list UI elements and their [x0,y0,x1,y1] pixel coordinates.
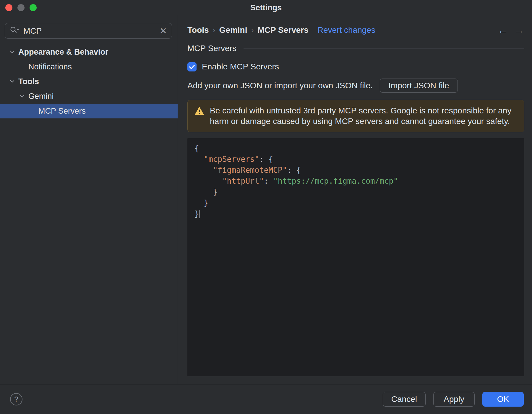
settings-window: Settings MCP ✕ Appearance & BehaviorNoti… [0,0,532,414]
minimize-button[interactable] [17,4,25,11]
footer-buttons: Cancel Apply OK [383,392,524,407]
breadcrumb-item[interactable]: Gemini [219,25,247,35]
code-line: } [194,198,518,208]
code-token: } [194,188,218,196]
import-json-button[interactable]: Import JSON file [380,79,458,93]
code-line: } [194,187,518,198]
clear-search-icon[interactable]: ✕ [160,27,167,35]
code-token: } [194,209,199,218]
warning-text: Be careful with untrusted 3rd party MCP … [210,105,517,127]
code-token: "httpUrl" [222,177,264,185]
window-title: Settings [250,3,282,12]
chevron-down-icon[interactable] [18,93,27,100]
sidebar-item-label: Gemini [28,92,54,101]
breadcrumb-item[interactable]: Tools [187,25,209,35]
settings-content: Tools›Gemini›MCP Servers Revert changes … [178,15,532,384]
code-line: { [194,143,518,154]
add-json-text: Add your own JSON or import your own JSO… [187,81,373,90]
code-token [194,155,204,164]
enable-mcp-row: Enable MCP Servers [187,61,524,73]
code-line: "mcpServers": { [194,154,518,165]
section-title: MCP Servers [187,44,236,53]
sidebar-item-mcp-servers[interactable]: MCP Servers [0,104,178,118]
sidebar-item-label: MCP Servers [38,107,86,116]
apply-button[interactable]: Apply [433,392,475,407]
section-separator: MCP Servers [187,43,524,54]
history-nav: ← → [498,25,524,36]
breadcrumb: Tools›Gemini›MCP Servers [187,25,309,35]
add-json-row: Add your own JSON or import your own JSO… [187,79,524,93]
code-token: "https://mcp.figma.com/mcp" [273,177,398,185]
code-token: : [264,177,273,185]
traffic-lights [5,0,37,15]
code-line: "httpUrl": "https://mcp.figma.com/mcp" [194,176,518,187]
sidebar-item-appearance-behavior[interactable]: Appearance & Behavior [0,45,178,59]
sidebar-item-gemini[interactable]: Gemini [0,89,178,104]
sidebar-item-label: Appearance & Behavior [18,48,108,57]
titlebar: Settings [0,0,532,15]
code-token [194,166,213,175]
warning-banner: Be careful with untrusted 3rd party MCP … [187,100,524,132]
breadcrumb-separator: › [247,26,258,35]
help-button[interactable]: ? [10,393,22,405]
code-token [194,177,222,185]
code-line: "figmaRemoteMCP": { [194,165,518,176]
ok-button[interactable]: OK [482,392,524,407]
sidebar-item-label: Tools [18,77,39,86]
close-button[interactable] [5,4,12,11]
zoom-button[interactable] [30,4,37,11]
revert-changes-link[interactable]: Revert changes [317,25,375,35]
breadcrumb-item[interactable]: MCP Servers [258,25,309,35]
search-icon [10,26,20,36]
content-header: Tools›Gemini›MCP Servers Revert changes … [187,24,524,36]
settings-sidebar: MCP ✕ Appearance & BehaviorNotifications… [0,15,178,384]
chevron-down-icon[interactable] [8,49,17,55]
sidebar-item-label: Notifications [28,62,72,71]
sidebar-item-notifications[interactable]: Notifications [0,59,178,74]
forward-arrow-icon: → [514,25,524,36]
code-line: } [194,208,518,219]
search-query: MCP [23,26,42,36]
warning-icon [195,107,204,117]
breadcrumb-separator: › [209,26,219,35]
back-arrow-icon[interactable]: ← [498,25,508,36]
json-editor[interactable]: { "mcpServers": { "figmaRemoteMCP": { "h… [187,138,524,376]
code-token: { [194,144,199,153]
cancel-button[interactable]: Cancel [383,392,426,407]
enable-mcp-label: Enable MCP Servers [202,62,279,71]
separator-line [244,48,524,49]
code-token: : { [287,166,301,175]
code-token: "figmaRemoteMCP" [213,166,287,175]
text-cursor [200,210,200,218]
checkmark-icon [189,64,195,69]
search-input[interactable]: MCP ✕ [5,23,172,39]
code-token: } [194,198,208,207]
sidebar-item-tools[interactable]: Tools [0,74,178,89]
code-token: "mcpServers" [204,155,259,164]
settings-tree: Appearance & BehaviorNotificationsToolsG… [0,45,178,118]
enable-mcp-checkbox[interactable] [187,62,197,71]
footer-bar: ? Cancel Apply OK [0,384,532,414]
code-token: : { [259,155,273,164]
chevron-down-icon[interactable] [8,78,17,85]
